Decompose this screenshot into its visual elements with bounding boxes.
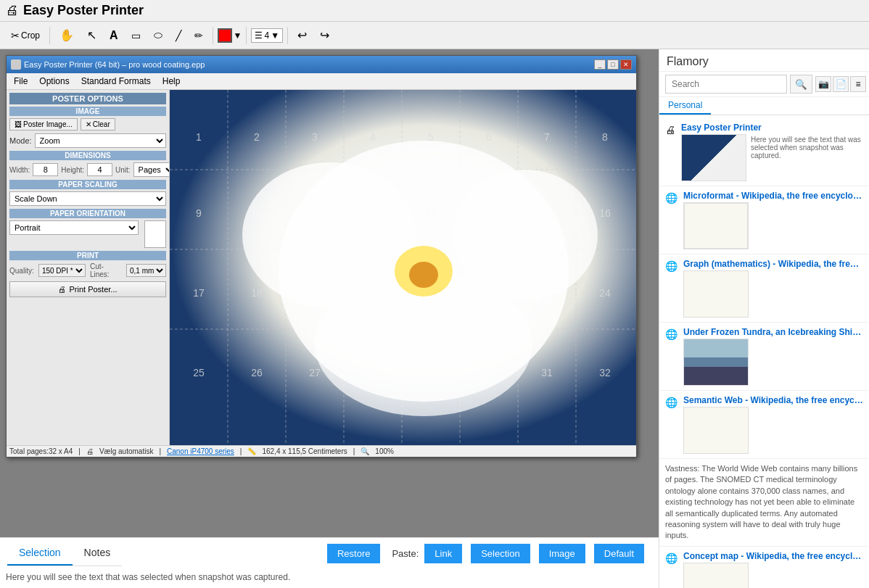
status-printer-link[interactable]: Canon iP4700 series bbox=[167, 447, 234, 455]
bottom-actions: Restore Paste: Link Selection Image Defa… bbox=[320, 538, 651, 569]
epp-titlebar: Easy Poster Printer (64 bit) – pro wood … bbox=[7, 56, 636, 73]
list-item[interactable]: 🖨 Easy Poster Printer Here you will see … bbox=[659, 118, 869, 186]
menu-file[interactable]: File bbox=[8, 75, 33, 88]
restore-button[interactable]: Restore bbox=[327, 544, 381, 563]
item-icon: 🌐 bbox=[665, 192, 678, 249]
flamory-search-bar: 🔍 📷 📄 ≡ bbox=[659, 72, 869, 97]
status-size: 162,4 x 115,5 Centimeters bbox=[262, 447, 347, 455]
print-title: PRINT bbox=[9, 251, 166, 260]
item-title: Microformat - Wikipedia, the free encycl… bbox=[683, 191, 863, 201]
svg-text:2: 2 bbox=[254, 131, 260, 143]
list-item[interactable]: 🌐 Semantic Web - Wikipedia, the free enc… bbox=[659, 391, 869, 459]
orchid-background: 1 2 3 4 5 6 7 8 9 10 11 bbox=[170, 90, 636, 445]
svg-text:17: 17 bbox=[193, 287, 205, 299]
app-title: Easy Poster Printer bbox=[23, 3, 144, 18]
freehand-tool-button[interactable]: ✏ bbox=[189, 28, 208, 44]
ellipse-tool-button[interactable]: ⬭ bbox=[149, 27, 168, 44]
svg-text:25: 25 bbox=[193, 367, 205, 378]
hand-tool-button[interactable]: ✋ bbox=[54, 26, 79, 44]
color-picker-button[interactable]: ▼ bbox=[218, 28, 242, 43]
camera-icon-button[interactable]: 📷 bbox=[815, 76, 831, 92]
cutlines-select[interactable]: 0,1 mm bbox=[126, 264, 166, 277]
item-title: Concept map - Wikipedia, the free encycl… bbox=[683, 551, 863, 561]
settings-icon-button[interactable]: ≡ bbox=[850, 76, 866, 92]
paste-selection-button[interactable]: Selection bbox=[471, 544, 530, 563]
flamory-icon-buttons: 📷 📄 ≡ bbox=[815, 76, 866, 92]
redo-button[interactable]: ↪ bbox=[315, 26, 334, 44]
flamory-sidebar: Flamory 🔍 📷 📄 ≡ Personal 🖨 Easy Poster P… bbox=[659, 49, 869, 588]
separator-4 bbox=[287, 27, 288, 44]
menu-options[interactable]: Options bbox=[33, 75, 75, 88]
item-title: Graph (mathematics) - Wikipedia, the fre… bbox=[683, 259, 863, 269]
unit-select[interactable]: Pages bbox=[133, 162, 170, 177]
item-icon: 🌐 bbox=[665, 552, 678, 588]
status-zoom: 100% bbox=[375, 447, 394, 455]
rectangle-icon: ▭ bbox=[131, 30, 141, 41]
item-content: Easy Poster Printer Here you will see th… bbox=[681, 123, 863, 181]
mode-select[interactable]: Zoom bbox=[35, 133, 166, 148]
quality-select[interactable]: 150 DPI * bbox=[38, 264, 86, 277]
paste-image-button[interactable]: Image bbox=[539, 544, 585, 563]
bottom-tabs: Selection Notes bbox=[7, 541, 122, 566]
item-thumbnail bbox=[683, 202, 749, 249]
maximize-button[interactable]: □ bbox=[607, 59, 619, 70]
print-icon: 🖨 bbox=[58, 285, 66, 294]
svg-text:26: 26 bbox=[251, 367, 263, 378]
epp-titlebar-left: Easy Poster Printer (64 bit) – pro wood … bbox=[11, 59, 205, 70]
clear-button[interactable]: ✕ Clear bbox=[81, 118, 115, 131]
text-icon: A bbox=[110, 29, 118, 42]
height-input[interactable] bbox=[87, 163, 112, 176]
crop-button[interactable]: ✂ Crop bbox=[6, 28, 45, 44]
menu-standard-formats[interactable]: Standard Formats bbox=[75, 75, 157, 88]
search-input[interactable] bbox=[665, 75, 787, 94]
rectangle-tool-button[interactable]: ▭ bbox=[126, 28, 146, 44]
tab-personal[interactable]: Personal bbox=[659, 97, 711, 115]
item-icon: 🌐 bbox=[665, 397, 678, 454]
print-poster-button[interactable]: 🖨 Print Poster... bbox=[9, 281, 166, 297]
item-content: Semantic Web - Wikipedia, the free encyc… bbox=[683, 395, 863, 454]
line-tool-button[interactable]: ╱ bbox=[170, 28, 186, 44]
item-thumbnail bbox=[683, 270, 749, 318]
menu-help[interactable]: Help bbox=[157, 75, 186, 88]
orientation-preview bbox=[144, 220, 166, 248]
undo-button[interactable]: ↩ bbox=[292, 26, 312, 44]
poster-options-title: POSTER OPTIONS bbox=[9, 93, 166, 104]
quality-row: Quality: 150 DPI * Cut-Lines: 0,1 mm bbox=[9, 262, 166, 278]
separator-1 bbox=[49, 27, 50, 44]
status-auto-text: Vælg automatisk bbox=[99, 447, 153, 455]
close-button[interactable]: ✕ bbox=[620, 59, 632, 70]
item-content: Under Frozen Tundra, an Icebreaking Ship… bbox=[683, 327, 863, 386]
width-input[interactable] bbox=[33, 163, 58, 176]
text-tool-button[interactable]: A bbox=[104, 27, 123, 44]
paper-scaling-title: PAPER SCALING bbox=[9, 180, 166, 189]
arrow-tool-button[interactable]: ↖ bbox=[82, 26, 102, 44]
undo-icon: ↩ bbox=[297, 28, 307, 42]
svg-text:4: 4 bbox=[370, 131, 376, 143]
paste-link-button[interactable]: Link bbox=[424, 544, 462, 563]
poster-image-button[interactable]: 🖼 Poster Image... bbox=[9, 118, 78, 131]
paste-default-button[interactable]: Default bbox=[594, 544, 644, 563]
lines-dropdown[interactable]: ☰ 4 ▼ bbox=[251, 28, 283, 43]
tab-notes[interactable]: Notes bbox=[73, 541, 123, 566]
epp-sidebar: POSTER OPTIONS IMAGE 🖼 Poster Image... ✕… bbox=[7, 90, 170, 445]
tab-selection[interactable]: Selection bbox=[7, 541, 73, 566]
list-item[interactable]: 🌐 Graph (mathematics) - Wikipedia, the f… bbox=[659, 254, 869, 323]
search-icon: 🔍 bbox=[795, 79, 807, 90]
list-item[interactable]: 🌐 Concept map - Wikipedia, the free ency… bbox=[659, 547, 869, 588]
svg-text:7: 7 bbox=[544, 131, 550, 143]
export-icon-button[interactable]: 📄 bbox=[833, 76, 849, 92]
list-item[interactable]: 🌐 Microformat - Wikipedia, the free ency… bbox=[659, 186, 869, 254]
redo-icon: ↪ bbox=[320, 28, 329, 42]
orientation-select[interactable]: Portrait bbox=[9, 220, 139, 235]
line-count: 4 bbox=[264, 30, 269, 41]
scaling-select[interactable]: Scale Down bbox=[9, 191, 166, 206]
minimize-button[interactable]: _ bbox=[594, 59, 606, 70]
app-titlebar: 🖨 Easy Poster Printer bbox=[0, 0, 869, 22]
flamory-tabs: Personal bbox=[659, 97, 869, 115]
search-button[interactable]: 🔍 bbox=[790, 75, 812, 94]
item-main: Here you will see the text that was sele… bbox=[681, 134, 863, 181]
main-toolbar: ✂ Crop ✋ ↖ A ▭ ⬭ ╱ ✏ ▼ ☰ 4 ▼ ↩ ↪ bbox=[0, 22, 869, 49]
separator-3 bbox=[246, 27, 247, 44]
list-item[interactable]: Vastness: The World Wide Web contains ma… bbox=[659, 459, 869, 547]
list-item[interactable]: 🌐 Under Frozen Tundra, an Icebreaking Sh… bbox=[659, 323, 869, 391]
